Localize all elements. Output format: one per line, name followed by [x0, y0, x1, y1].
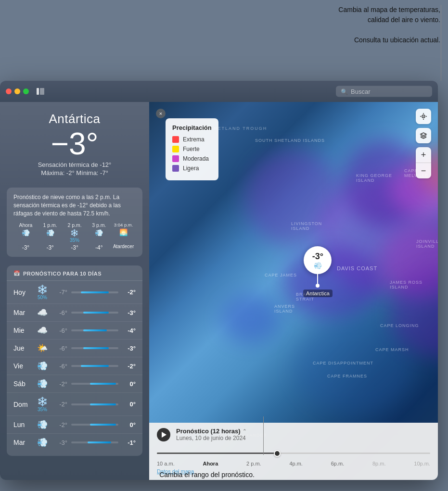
forecast-icon-wrap-4: 💨 — [34, 361, 51, 371]
summary-box: Pronóstico de nieve como a las 2 p.m. La… — [7, 188, 142, 257]
hourly-forecast: Ahora 💨 -3° 1 p.m. 💨 -3° 2 p.m. ❄️ — [13, 222, 136, 251]
timeline-thumb[interactable] — [274, 450, 281, 457]
hourly-time-1: 1 p.m. — [43, 222, 57, 228]
forecast-bar-2 — [71, 329, 118, 331]
forecast-day-2: Mie — [13, 327, 34, 334]
layers-button[interactable] — [416, 128, 431, 143]
forecast-icon-wrap-5: 💨 — [34, 378, 51, 389]
geo-label-cape-james: Cape James — [265, 273, 297, 277]
geo-label-davis-coast: DAVIS COAST — [337, 265, 377, 271]
sidebar-toggle-icon — [37, 88, 39, 95]
forecast-icon-8: 💨 — [37, 437, 48, 448]
weather-sidebar: Antártica −3° Sensación térmica de -12° … — [0, 102, 149, 480]
maximize-button[interactable] — [23, 88, 29, 94]
legend-label-moderada: Moderada — [183, 155, 209, 162]
annotation-location: Consulta tu ubicación actual. — [286, 36, 440, 45]
timeline-label-now: Ahora — [203, 461, 218, 466]
legend-item-fuerte: Fuerte — [172, 146, 212, 152]
search-icon: 🔍 — [341, 88, 348, 95]
legend-label-ligera: Ligera — [183, 165, 199, 172]
legend-color-extrema — [172, 136, 179, 143]
forecast-low-8: -3° — [54, 439, 67, 446]
timeline-label-6pm: 6p.m. — [331, 461, 345, 466]
timeline-label-4pm: 4p.m. — [289, 461, 303, 466]
ten-day-forecast: 📅 PRONÓSTICO PARA 10 DÍAS Hoy ❄️ 50% -7°… — [7, 265, 142, 456]
forecast-low-2: -6° — [54, 327, 67, 334]
hourly-temp-3: -4° — [95, 244, 102, 251]
forecast-bar-8 — [71, 441, 118, 443]
annotation-map-type: Cambia al mapa de temperaturas, calidad … — [286, 5, 440, 25]
play-button[interactable] — [157, 428, 170, 441]
forecast-row-sab: Sáb 💨 -2° 0° — [7, 375, 142, 393]
hourly-temp-2: -3° — [71, 244, 78, 251]
forecast-icon-4: 💨 — [37, 361, 48, 371]
forecast-precip-6: 35% — [38, 407, 47, 412]
geo-label-cape-framnes: Cape Framnes — [327, 374, 367, 378]
map-footer-top: Pronóstico (12 horas) ⌃ Lunes, 10 de jun… — [157, 428, 430, 441]
forecast-header: 📅 PRONÓSTICO PARA 10 DÍAS — [7, 270, 142, 281]
calendar-icon: 📅 — [13, 270, 20, 277]
forecast-icon-6: ❄️ — [37, 396, 48, 407]
forecast-title: Pronóstico (12 horas) ⌃ — [176, 428, 246, 435]
zoom-out-button[interactable]: − — [416, 163, 431, 178]
feels-like: Sensación térmica de -12° — [10, 161, 140, 168]
sidebar-toggle[interactable] — [37, 88, 44, 95]
legend-title: Precipitación — [172, 124, 212, 131]
hourly-time-4: 3:04 p.m. — [114, 222, 133, 227]
map-controls: + − — [416, 109, 431, 178]
legend-label-extrema: Extrema — [183, 136, 205, 143]
forecast-icon-7: 💨 — [37, 419, 48, 430]
forecast-icon-0: ❄️ — [37, 284, 48, 295]
forecast-high-4: -2° — [122, 363, 136, 370]
close-button[interactable] — [6, 88, 12, 94]
forecast-high-2: -4° — [122, 327, 136, 334]
forecast-date: Lunes, 10 de junio de 2024 — [176, 435, 246, 441]
temp-pin-line — [317, 274, 318, 284]
hourly-time-0: Ahora — [19, 222, 32, 228]
forecast-row-dom: Dom ❄️ 35% -2° 0° — [7, 393, 142, 416]
forecast-low-5: -2° — [54, 380, 67, 388]
forecast-row-lun: Lun 💨 -2° 0° — [7, 416, 142, 434]
legend-item-extrema: Extrema — [172, 136, 212, 143]
search-placeholder: Buscar — [351, 88, 370, 95]
forecast-row-hoy: Hoy ❄️ 50% -7° -2° — [7, 281, 142, 304]
forecast-bar-7 — [71, 424, 118, 426]
forecast-icon-wrap-3: 🌤️ — [34, 343, 51, 353]
forecast-icon-wrap-1: ☁️ — [34, 307, 51, 318]
forecast-day-0: Hoy — [13, 289, 34, 296]
legend-color-fuerte — [172, 146, 179, 152]
forecast-icon-1: ☁️ — [37, 307, 48, 318]
location-icon — [420, 113, 427, 120]
hourly-temp-1: -3° — [46, 244, 53, 251]
forecast-row-jue: Jue 🌤️ -6° -3° — [7, 340, 142, 357]
hourly-percent-4 — [123, 237, 124, 242]
zoom-in-button[interactable]: + — [416, 147, 431, 163]
timeline-label-8pm: 8p.m. — [372, 461, 386, 466]
forecast-high-6: 0° — [122, 401, 136, 408]
forecast-low-4: -6° — [54, 363, 67, 370]
forecast-day-4: Vie — [13, 362, 34, 370]
map-close-button[interactable]: × — [156, 109, 166, 118]
hourly-icon-4: 🌅 — [119, 229, 128, 236]
forecast-bar-1 — [71, 312, 118, 314]
hourly-icon-3: 💨 — [95, 229, 103, 236]
play-icon — [162, 432, 166, 438]
search-bar[interactable]: 🔍 Buscar — [336, 86, 432, 97]
forecast-bar-0 — [71, 291, 118, 293]
current-temperature: −3° — [10, 128, 140, 159]
timeline-labels: 10 a.m. Ahora 2 p.m. 4p.m. 6p.m. 8p.m. 1… — [157, 461, 430, 466]
minimize-button[interactable] — [14, 88, 20, 94]
traffic-lights — [6, 88, 29, 94]
forecast-high-1: -3° — [122, 309, 136, 316]
map-legend: Precipitación Extrema Fuerte Moderada — [166, 118, 218, 180]
location-button[interactable] — [416, 109, 431, 124]
svg-point-1 — [423, 116, 424, 117]
timeline[interactable] — [157, 445, 430, 460]
forecast-low-6: -2° — [54, 401, 67, 408]
zoom-controls: + − — [416, 147, 431, 178]
geo-label-king-george: King GeorgeIsland — [356, 173, 392, 183]
legend-item-ligera: Ligera — [172, 165, 212, 172]
forecast-day-3: Jue — [13, 344, 34, 352]
hourly-item-3: 3 p.m. 💨 -4° — [87, 222, 111, 251]
forecast-icon-wrap-2: ☁️ — [34, 325, 51, 336]
